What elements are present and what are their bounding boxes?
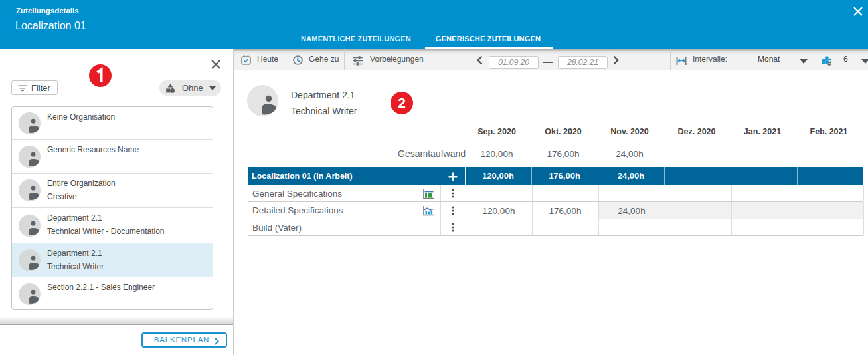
svg-text:#: #: [827, 60, 831, 67]
